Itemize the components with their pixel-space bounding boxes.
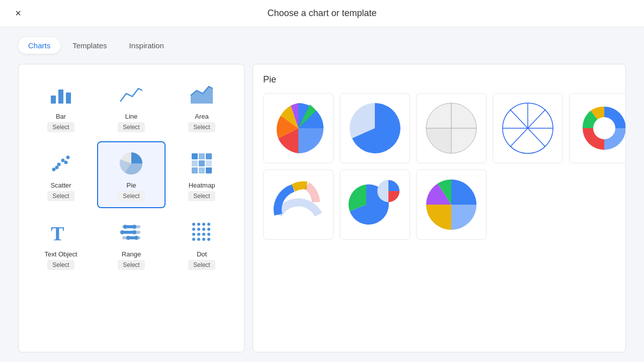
svg-rect-13 — [206, 153, 212, 159]
svg-rect-15 — [199, 160, 205, 166]
svg-point-8 — [55, 166, 59, 169]
scatter-chart-name: Scatter — [50, 182, 71, 189]
svg-text:T: T — [51, 222, 64, 245]
pie-thumb-3[interactable] — [416, 93, 487, 163]
svg-point-33 — [192, 223, 195, 226]
svg-point-48 — [207, 238, 210, 241]
range-select-button[interactable]: Select — [118, 260, 144, 270]
svg-rect-16 — [206, 160, 212, 166]
dialog-title: Choose a chart or template — [267, 8, 376, 19]
range-chart-icon — [116, 217, 146, 247]
dialog-header: × Choose a chart or template — [0, 0, 644, 27]
pie-thumb-6[interactable] — [263, 169, 334, 240]
pie-row-1 — [263, 93, 615, 163]
svg-point-29 — [120, 230, 124, 234]
text-chart-name: Text Object — [44, 250, 77, 258]
section-title: Pie — [263, 74, 615, 85]
scatter-chart-icon — [46, 148, 76, 178]
svg-marker-3 — [191, 86, 213, 104]
heatmap-chart-icon — [187, 148, 217, 178]
chart-sidebar: Bar Select Line Select — [18, 64, 245, 352]
range-chart-name: Range — [122, 250, 141, 258]
heatmap-select-button[interactable]: Select — [188, 191, 215, 201]
scatter-select-button[interactable]: Select — [47, 191, 74, 201]
line-chart-name: Line — [125, 113, 138, 120]
chart-item-pie[interactable]: Pie Select — [97, 141, 166, 208]
svg-point-9 — [64, 161, 68, 164]
svg-point-32 — [134, 236, 138, 240]
svg-point-37 — [192, 228, 195, 231]
text-select-button[interactable]: Select — [47, 260, 74, 270]
svg-point-34 — [197, 223, 200, 226]
bar-chart-icon — [46, 79, 76, 110]
bar-chart-name: Bar — [56, 113, 66, 120]
svg-point-7 — [66, 156, 70, 159]
svg-rect-2 — [66, 93, 71, 104]
chart-item-bar[interactable]: Bar Select — [27, 72, 95, 139]
chart-item-heatmap[interactable]: Heatmap Select — [168, 141, 236, 208]
svg-point-46 — [197, 238, 200, 241]
chart-item-line[interactable]: Line Select — [97, 72, 166, 139]
tab-templates[interactable]: Templates — [62, 37, 117, 54]
text-object-icon: T — [46, 217, 76, 247]
svg-point-42 — [197, 233, 200, 236]
pie-thumb-8[interactable] — [416, 169, 487, 240]
dot-chart-name: Dot — [197, 250, 207, 258]
line-chart-icon — [116, 79, 146, 110]
area-select-button[interactable]: Select — [188, 122, 215, 132]
svg-point-6 — [61, 159, 65, 162]
svg-rect-1 — [58, 89, 63, 104]
heatmap-chart-name: Heatmap — [189, 182, 215, 189]
pie-thumb-2[interactable] — [340, 93, 410, 163]
svg-point-45 — [192, 238, 195, 241]
tab-inspiration[interactable]: Inspiration — [119, 37, 174, 54]
pie-thumb-5[interactable] — [569, 93, 626, 163]
svg-point-28 — [132, 225, 136, 229]
pie-chart-icon — [116, 148, 146, 178]
pie-thumb-1[interactable] — [263, 93, 334, 163]
pie-thumb-4[interactable] — [493, 93, 563, 163]
svg-point-31 — [126, 236, 130, 240]
main-content: Bar Select Line Select — [0, 64, 644, 360]
chart-item-range[interactable]: Range Select — [97, 210, 166, 277]
chart-item-text[interactable]: T Text Object Select — [27, 210, 95, 277]
pie-thumb-7[interactable] — [340, 169, 410, 240]
chart-item-scatter[interactable]: Scatter Select — [27, 141, 95, 208]
pie-select-button[interactable]: Select — [118, 191, 144, 201]
svg-point-39 — [202, 228, 205, 231]
svg-point-5 — [57, 163, 61, 166]
svg-point-47 — [202, 238, 205, 241]
svg-point-38 — [197, 228, 200, 231]
svg-point-44 — [207, 233, 210, 236]
svg-rect-11 — [192, 153, 198, 159]
svg-rect-17 — [192, 167, 198, 173]
svg-rect-18 — [199, 167, 205, 173]
svg-point-27 — [123, 225, 127, 229]
svg-point-52 — [593, 117, 615, 139]
chart-grid: Bar Select Line Select — [27, 72, 236, 277]
svg-rect-0 — [51, 96, 56, 104]
tab-charts[interactable]: Charts — [18, 37, 60, 54]
close-button[interactable]: × — [10, 6, 26, 22]
svg-point-30 — [132, 230, 136, 234]
line-select-button[interactable]: Select — [118, 122, 144, 132]
svg-point-43 — [202, 233, 205, 236]
tab-bar: Charts Templates Inspiration — [0, 27, 644, 64]
pie-chart-name: Pie — [127, 182, 136, 189]
area-chart-name: Area — [195, 113, 208, 120]
svg-point-41 — [192, 233, 195, 236]
svg-point-40 — [207, 228, 210, 231]
svg-point-4 — [52, 168, 56, 171]
svg-point-35 — [202, 223, 205, 226]
svg-rect-12 — [199, 153, 205, 159]
pie-detail-panel: Pie — [253, 64, 626, 352]
svg-point-36 — [207, 223, 210, 226]
dot-chart-icon — [187, 217, 217, 247]
pie-row-2 — [263, 169, 615, 240]
dot-select-button[interactable]: Select — [188, 260, 215, 270]
bar-select-button[interactable]: Select — [47, 122, 74, 132]
area-chart-icon — [187, 79, 217, 110]
chart-item-area[interactable]: Area Select — [168, 72, 236, 139]
chart-item-dot[interactable]: Dot Select — [168, 210, 236, 277]
svg-rect-19 — [206, 167, 212, 173]
